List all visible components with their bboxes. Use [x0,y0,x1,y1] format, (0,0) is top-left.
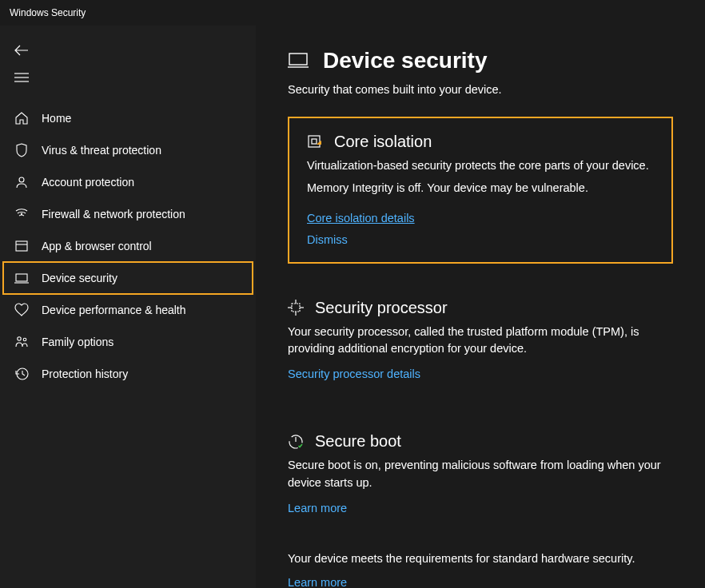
security-processor-details-link[interactable]: Security processor details [288,368,420,380]
sidebar-item-virus-threat[interactable]: Virus & threat protection [0,134,256,166]
card-title: Core isolation [334,133,432,151]
window-titlebar: Windows Security [0,0,705,26]
nav-list: Home Virus & threat protection Account p… [0,102,256,390]
sidebar-item-label: Firewall & network protection [42,208,185,220]
window-title: Windows Security [10,7,86,18]
device-security-icon [288,52,309,70]
sidebar-item-label: Device performance & health [42,304,186,316]
sidebar-item-label: Virus & threat protection [42,144,161,157]
secure-boot-card: Secure boot Secure boot is on, preventin… [288,418,673,531]
sidebar-item-protection-history[interactable]: Protection history [0,358,256,390]
svg-rect-5 [16,241,27,251]
footer-learn-more-link[interactable]: Learn more [288,576,347,589]
home-icon [13,111,30,125]
core-isolation-icon [307,134,323,150]
sidebar-item-label: App & browser control [42,240,152,252]
sidebar-item-family[interactable]: Family options [0,326,256,358]
sidebar-item-label: Family options [42,336,114,348]
history-icon [13,367,30,381]
card-title: Secure boot [315,432,401,451]
secure-boot-learn-more-link[interactable]: Learn more [288,502,347,514]
card-description: Virtualization-based security protects t… [307,157,654,175]
card-header: Secure boot [288,432,673,451]
back-arrow-icon [14,45,29,56]
sidebar-item-label: Account protection [42,176,134,189]
secure-boot-icon [288,434,304,450]
footer-section: Your device meets the requirements for s… [288,552,673,589]
hamburger-icon [14,72,29,83]
network-icon [13,207,30,221]
page-header: Device security [288,48,673,74]
content-area: Device security Security that comes buil… [256,26,705,588]
sidebar-item-performance-health[interactable]: Device performance & health [0,294,256,326]
main-layout: Home Virus & threat protection Account p… [0,26,705,588]
card-header: Security processor [288,299,673,317]
card-status: Memory Integrity is off. Your device may… [307,180,654,197]
svg-point-9 [18,337,21,340]
sidebar-item-firewall[interactable]: Firewall & network protection [0,198,256,230]
card-title: Security processor [315,299,448,317]
back-button[interactable] [10,37,42,64]
svg-point-3 [19,177,24,182]
page-title: Device security [323,48,487,74]
health-icon [13,303,30,317]
sidebar-item-account[interactable]: Account protection [0,166,256,198]
svg-rect-14 [309,136,320,147]
menu-button[interactable] [10,64,42,91]
sidebar-item-home[interactable]: Home [0,102,256,134]
svg-rect-16 [292,304,300,312]
card-description: Secure boot is on, preventing malicious … [288,457,673,492]
sidebar-item-label: Protection history [42,368,128,380]
sidebar-item-label: Device security [42,272,118,284]
svg-rect-15 [312,139,317,144]
family-icon [13,335,30,349]
core-isolation-card: Core isolation Virtualization-based secu… [288,117,673,264]
sidebar-top [0,37,256,91]
shield-icon [13,143,30,157]
card-header: Core isolation [307,133,654,151]
sidebar-item-device-security[interactable]: Device security [3,262,253,294]
svg-point-10 [23,338,26,341]
device-icon [13,271,30,285]
footer-description: Your device meets the requirements for s… [288,552,655,565]
sidebar-item-app-browser[interactable]: App & browser control [0,230,256,262]
card-description: Your security processor, called the trus… [288,324,673,359]
account-icon [13,175,30,189]
sidebar: Home Virus & threat protection Account p… [0,26,256,588]
page-subtitle: Security that comes built into your devi… [288,83,673,96]
svg-rect-7 [16,274,27,281]
security-processor-card: Security processor Your security process… [288,284,673,398]
security-processor-icon [288,300,304,316]
sidebar-item-label: Home [42,112,71,125]
svg-rect-12 [289,54,307,65]
dismiss-link[interactable]: Dismiss [307,233,654,246]
app-icon [13,239,30,253]
core-isolation-details-link[interactable]: Core isolation details [307,212,415,224]
